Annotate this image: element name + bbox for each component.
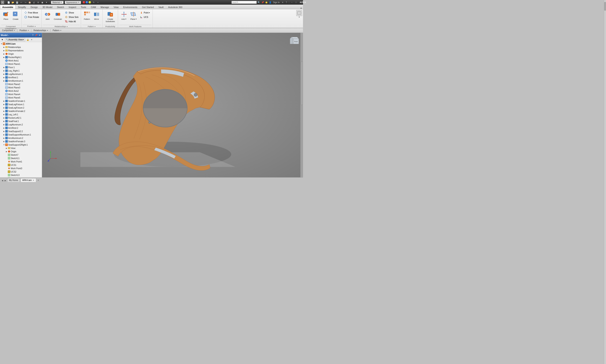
tab-myhome[interactable]: My Home — [7, 178, 20, 182]
tab-simplify[interactable]: Simplify — [15, 5, 28, 9]
tab-manage[interactable]: Manage — [98, 5, 111, 9]
tree-item-origin[interactable]: ▶ Origin — [0, 52, 42, 55]
tree-item-seatfinal1[interactable]: ▶ SeatFinal:1 — [0, 119, 42, 123]
tree-item-armrest2[interactable]: ▶ ArmRest:2 — [0, 126, 42, 130]
ucs-button[interactable]: UCS — [139, 15, 151, 19]
model-help-icon[interactable]: ? — [31, 34, 34, 37]
point-button[interactable]: Point ▼ — [139, 11, 151, 15]
plus-icon[interactable]: + — [96, 1, 100, 4]
star-icon[interactable]: ⭐ — [265, 1, 268, 4]
tab-cam[interactable]: CAM — [89, 5, 98, 9]
constrain-button[interactable]: Constrain — [52, 10, 63, 25]
rr1-expand[interactable]: ▶ — [3, 56, 5, 58]
search-icon[interactable]: 🔍 — [257, 1, 260, 4]
tree-item-legright1[interactable]: ▶ Leg_Right:1 — [0, 69, 42, 72]
tab-tools[interactable]: Tools — [78, 5, 89, 9]
undo-icon[interactable]: ↩ — [20, 1, 23, 4]
ar1-expand[interactable]: ▶ — [3, 76, 5, 78]
tree-item-workplane4[interactable]: · Work Plane4 — [0, 92, 42, 96]
tree-item-armaluminum2[interactable]: ▶ ArmAluminum:2 — [0, 136, 42, 140]
pin-icon[interactable]: 📌 — [261, 1, 264, 4]
tree-item-origin2[interactable]: ▶ Origin — [0, 150, 42, 153]
free-move-button[interactable]: Free Move — [23, 11, 40, 15]
rl1-expand[interactable]: ▶ — [3, 117, 5, 119]
tree-item-workaxis2[interactable]: · Work Axis2 — [0, 89, 42, 92]
user-icon[interactable]: 👤 — [269, 1, 272, 4]
tree-item-workplane3[interactable]: · Work Plane3 — [0, 86, 42, 89]
maximize-button[interactable]: □ — [294, 1, 298, 4]
sub-tb-pattern[interactable]: Pattern ▼ — [51, 29, 63, 32]
saf1-expand[interactable]: ▶ — [3, 100, 5, 102]
tree-item-relationships[interactable]: ▶ Relationships — [0, 45, 42, 49]
tree-item-seatsupport2right1[interactable]: ▼ A SeatSupport2Right:1 — [0, 143, 42, 146]
tree-item-representations[interactable]: ▶ Representations — [0, 49, 42, 52]
view-display-button[interactable] — [296, 10, 302, 16]
la2-expand[interactable]: ▶ — [3, 124, 5, 126]
tree-item-rockerleft1[interactable]: ▶ RockerLeft2:1 — [0, 116, 42, 119]
material-dropdown[interactable]: Material ▼ — [51, 1, 64, 4]
tree-item-workpoint3[interactable]: · Work Point3 — [0, 167, 42, 170]
model-close-icon[interactable]: ✕ — [38, 34, 41, 37]
root-expand[interactable]: ▼ — [0, 43, 2, 45]
help-icon[interactable]: ? — [285, 1, 288, 4]
tree-item-armaluminum1[interactable]: ▶ ArmAluminum:1 — [0, 79, 42, 82]
open-icon[interactable]: 📂 — [11, 1, 14, 4]
tab-ark4-close[interactable]: ✕ — [33, 179, 34, 181]
tree-item-seatarmfemale2[interactable]: ▶ SeatArmFemale:2 — [0, 109, 42, 113]
fl1-expand[interactable]: ▶ — [3, 66, 5, 68]
sf1-expand[interactable]: ▶ — [3, 120, 5, 122]
new-icon[interactable]: 📄 — [7, 1, 10, 4]
tab-environments[interactable]: Environments — [121, 5, 140, 9]
cube-icon[interactable]: ◼ — [41, 1, 44, 4]
place-button[interactable]: Place — [1, 10, 11, 25]
signin-button[interactable]: Sign In — [273, 1, 280, 4]
minimize-button[interactable]: − — [290, 1, 294, 4]
tree-filter-icon[interactable]: ▼ — [0, 38, 4, 42]
tab-autodesk360[interactable]: Autodesk 360 — [166, 5, 184, 9]
ssa1-expand[interactable]: ▶ — [3, 134, 5, 136]
tab-vault[interactable]: Vault — [156, 5, 166, 9]
tree-item-sketch7[interactable]: · Sketch7 — [0, 153, 42, 156]
slf2-expand[interactable]: ▶ — [3, 107, 5, 109]
tree-item-rockerright1[interactable]: ▶ RockerRight:1 — [0, 55, 42, 59]
search-input[interactable] — [232, 1, 257, 4]
view-expand[interactable]: ▶ — [5, 147, 8, 149]
pattern-button[interactable]: Pattern — [82, 10, 91, 25]
ssr1-expand[interactable]: ▼ — [3, 144, 5, 146]
tree-item-ucs1[interactable]: · U UCS1 — [0, 163, 42, 167]
tree-item-seatlegfixture2[interactable]: ▶ SeatLegFixture:2 — [0, 106, 42, 109]
tree-item-seatsupportaluminum1[interactable]: ▶ SeatSupportAluminum:1 — [0, 133, 42, 136]
tab-view[interactable]: View — [111, 5, 121, 9]
rep-expand[interactable]: ▶ — [3, 50, 5, 52]
show-button[interactable]: Show — [64, 11, 79, 15]
tree-item-workpoint1[interactable]: · Work Point1 — [0, 160, 42, 163]
tree-item-workplane5[interactable]: · Work Plane5 — [0, 96, 42, 99]
close-search-icon[interactable]: ✕ — [281, 1, 284, 4]
joint-button[interactable]: Joint — [43, 10, 52, 25]
saf3-expand[interactable]: ▶ — [3, 140, 5, 143]
tree-item-workplane1[interactable]: · Work Plane1 — [0, 62, 42, 66]
mirror-button[interactable]: Mirror — [92, 10, 101, 25]
origin-expand[interactable]: ▶ — [3, 53, 5, 55]
ar2-expand[interactable]: ▶ — [3, 127, 5, 129]
tree-item-legleft1[interactable]: ▶ Leg_Left:1 — [0, 113, 42, 116]
redo-icon[interactable]: ↪ — [24, 1, 27, 4]
tree-item-seatarmfemale3[interactable]: ▶ SeatArmFemale:3 — [0, 140, 42, 143]
tab-sketch[interactable]: Sketch — [55, 5, 66, 9]
home-icon[interactable]: 🏠 — [28, 1, 31, 4]
tree-item-seatarmfemale1[interactable]: ▶ SeatArmFemale:1 — [0, 99, 42, 103]
la1-expand[interactable]: ▶ — [3, 73, 5, 75]
or2-expand[interactable]: ▶ — [5, 150, 8, 153]
tree-item-legaluminum2[interactable]: ▶ LegAluminum:2 — [0, 123, 42, 126]
create-button[interactable]: + Create — [11, 10, 20, 25]
print-icon[interactable]: 🖨 — [32, 1, 36, 4]
tab-getstarted[interactable]: Get Started — [140, 5, 156, 9]
ss22-expand[interactable]: ▶ — [3, 130, 5, 132]
ll1-expand[interactable]: ▶ — [3, 113, 5, 116]
lr1-expand[interactable]: ▶ — [3, 70, 5, 72]
create-substitutes-button[interactable]: + CreateSubstitutes — [104, 10, 116, 25]
viewport-scrollbar-thumb[interactable] — [301, 62, 303, 105]
tree-view-dropdown[interactable]: 🔧 Assembly View ▼ — [5, 38, 25, 42]
free-rotate-button[interactable]: Free Rotate — [23, 15, 40, 19]
hide-all-button[interactable]: Hide All — [64, 19, 79, 24]
